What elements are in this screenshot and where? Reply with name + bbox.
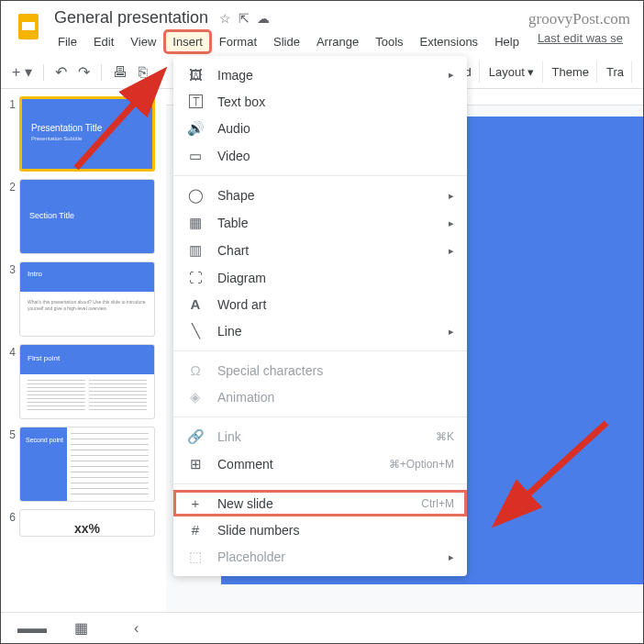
slide-number: 6	[5, 509, 16, 524]
watermark: groovyPost.com	[528, 10, 630, 28]
menu-placeholder: ⬚Placeholder▸	[173, 543, 467, 571]
table-icon: ▦	[186, 215, 205, 231]
audio-icon: 🔊	[186, 120, 205, 137]
svg-rect-1	[22, 22, 35, 30]
menu-help[interactable]: Help	[487, 31, 527, 52]
menu-comment[interactable]: ⊞Comment⌘+Option+M	[173, 450, 467, 478]
chevron-right-icon: ▸	[449, 217, 454, 229]
chevron-right-icon: ▸	[449, 69, 454, 81]
textbox-icon: 🅃	[186, 94, 205, 109]
slides-logo	[12, 10, 45, 43]
slide-number: 3	[5, 261, 16, 276]
hash-icon: #	[186, 522, 205, 538]
bottom-bar: ▬▬ ▦ ‹	[1, 612, 643, 643]
thumbnail-6[interactable]: xx%	[19, 509, 155, 537]
menu-file[interactable]: File	[50, 31, 84, 52]
placeholder-icon: ⬚	[186, 549, 205, 565]
filmstrip-view-icon[interactable]: ▬▬	[17, 620, 47, 637]
new-slide-button[interactable]: + ▾	[12, 63, 32, 81]
annotation-arrow-1	[67, 67, 177, 177]
plus-icon: +	[186, 495, 205, 511]
slide-number: 4	[5, 344, 16, 359]
slide-number: 1	[5, 96, 16, 111]
menu-insert[interactable]: Insert	[165, 31, 210, 52]
theme-button[interactable]: Theme	[545, 61, 597, 83]
image-icon: 🖼	[186, 67, 205, 83]
comment-icon: ⊞	[186, 456, 205, 472]
shape-icon: ◯	[186, 187, 205, 204]
menu-extensions[interactable]: Extensions	[413, 31, 486, 52]
menu-table[interactable]: ▦Table▸	[173, 209, 467, 237]
insert-dropdown: 🖼Image▸ 🅃Text box 🔊Audio ▭Video ◯Shape▸ …	[173, 56, 467, 576]
cloud-save-icon[interactable]: ☁	[257, 11, 270, 26]
menu-image[interactable]: 🖼Image▸	[173, 61, 467, 88]
menu-slide-numbers[interactable]: #Slide numbers	[173, 516, 467, 543]
svg-line-5	[501, 423, 606, 519]
star-icon[interactable]: ☆	[219, 11, 231, 26]
menu-textbox[interactable]: 🅃Text box	[173, 88, 467, 115]
doc-title[interactable]: General presentation	[50, 6, 212, 29]
annotation-arrow-2	[487, 414, 616, 542]
animation-icon: ◈	[186, 389, 205, 405]
menu-edit[interactable]: Edit	[86, 31, 121, 52]
chevron-right-icon: ▸	[449, 326, 454, 338]
chevron-right-icon: ▸	[449, 551, 454, 563]
menu-new-slide[interactable]: +New slideCtrl+M	[173, 490, 467, 516]
chevron-right-icon: ▸	[449, 245, 454, 257]
menu-view[interactable]: View	[123, 31, 163, 52]
menu-diagram[interactable]: ⛶Diagram	[173, 264, 467, 291]
line-icon: ╲	[186, 323, 205, 339]
thumbnail-5[interactable]: Second point	[19, 427, 155, 502]
last-edit-link[interactable]: Last edit was se	[538, 31, 623, 52]
menu-video[interactable]: ▭Video	[173, 142, 467, 170]
chevron-right-icon: ▸	[449, 190, 454, 202]
special-char-icon: Ω	[186, 362, 205, 378]
svg-line-3	[76, 76, 159, 168]
menu-line[interactable]: ╲Line▸	[173, 317, 467, 345]
wordart-icon: A	[186, 296, 205, 312]
diagram-icon: ⛶	[186, 270, 205, 285]
menu-special-chars: ΩSpecial characters	[173, 357, 467, 383]
collapse-icon[interactable]: ‹	[134, 620, 139, 637]
menu-link: 🔗Link⌘K	[173, 423, 467, 450]
menu-chart[interactable]: ▥Chart▸	[173, 237, 467, 264]
menu-audio[interactable]: 🔊Audio	[173, 115, 467, 142]
menu-wordart[interactable]: AWord art	[173, 291, 467, 317]
menu-arrange[interactable]: Arrange	[309, 31, 366, 52]
slide-number: 2	[5, 179, 16, 194]
menu-format[interactable]: Format	[212, 31, 264, 52]
grid-view-icon[interactable]: ▦	[74, 619, 88, 637]
thumbnail-3[interactable]: Intro What's this presentation about? Us…	[19, 261, 155, 337]
transition-button[interactable]: Tra	[599, 61, 632, 83]
link-icon: 🔗	[186, 428, 205, 445]
video-icon: ▭	[186, 148, 205, 164]
menu-slide[interactable]: Slide	[266, 31, 307, 52]
undo-button[interactable]: ↶	[55, 63, 67, 81]
thumbnail-2[interactable]: Section Title	[19, 179, 155, 254]
menu-shape[interactable]: ◯Shape▸	[173, 182, 467, 209]
chart-icon: ▥	[186, 242, 205, 259]
slide-number: 5	[5, 427, 16, 441]
menu-tools[interactable]: Tools	[368, 31, 410, 52]
layout-button[interactable]: Layout ▾	[482, 61, 543, 83]
menu-animation: ◈Animation	[173, 383, 467, 411]
thumbnail-4[interactable]: First point	[19, 344, 155, 419]
move-icon[interactable]: ⇱	[239, 11, 250, 26]
